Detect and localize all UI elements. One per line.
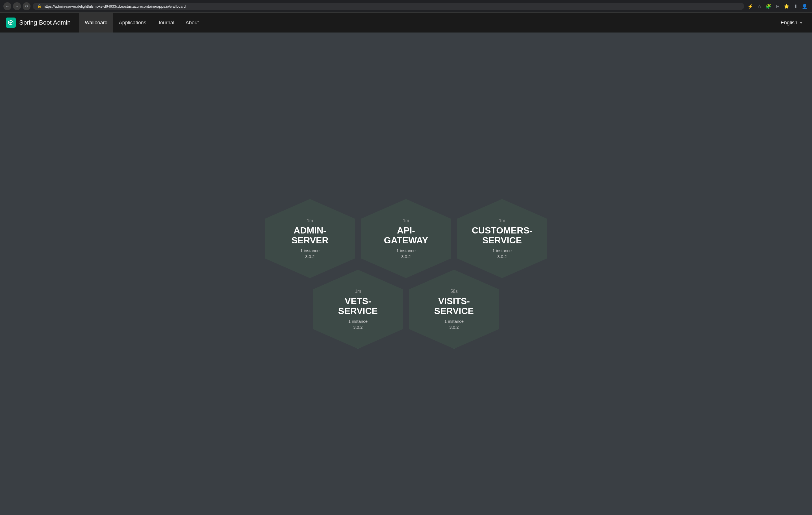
hex-row-1: 1m ADMIN-SERVER 1 instance 3.0.2 1m API-… bbox=[263, 199, 549, 278]
service-instances-visits-service: 1 instance bbox=[444, 319, 464, 324]
chevron-down-icon: ▼ bbox=[799, 20, 803, 25]
browser-chrome: ← → ↻ 🔒 https://admin-server.delightfuls… bbox=[0, 0, 812, 13]
forward-button[interactable]: → bbox=[13, 2, 21, 10]
hex-wrapper-customers-service: 1m CUSTOMERS-SERVICE 1 instance 3.0.2 bbox=[456, 199, 549, 278]
hex-wrapper-visits-service: 58s VISITS-SERVICE 1 instance 3.0.2 bbox=[407, 270, 501, 349]
nav-right: English ▼ bbox=[777, 18, 806, 28]
service-time-vets-service: 1m bbox=[355, 289, 361, 294]
splitview-button[interactable]: ⊟ bbox=[774, 2, 782, 10]
service-name-vets-service: VETS-SERVICE bbox=[338, 296, 378, 316]
service-time-visits-service: 58s bbox=[451, 289, 458, 294]
back-button[interactable]: ← bbox=[3, 2, 11, 10]
bookmark-button[interactable]: ☆ bbox=[755, 2, 763, 10]
service-name-visits-service: VISITS-SERVICE bbox=[434, 296, 474, 316]
nav-items: Wallboard Applications Journal About bbox=[79, 13, 777, 32]
hex-wrapper-vets-service: 1m VETS-SERVICE 1 instance 3.0.2 bbox=[311, 270, 405, 349]
favorites-button[interactable]: ⭐ bbox=[783, 2, 790, 10]
address-bar[interactable]: 🔒 https://admin-server.delightfulsmoke-d… bbox=[33, 3, 744, 10]
nav-wallboard[interactable]: Wallboard bbox=[79, 13, 113, 32]
browser-right-controls: ⚡ ☆ 🧩 ⊟ ⭐ ⬇ 👤 bbox=[747, 2, 809, 10]
service-instances-admin-server: 1 instance bbox=[300, 248, 320, 253]
wallboard-content: 1m ADMIN-SERVER 1 instance 3.0.2 1m API-… bbox=[0, 32, 812, 515]
hex-wrapper-admin-server: 1m ADMIN-SERVER 1 instance 3.0.2 bbox=[263, 199, 356, 278]
service-version-customers-service: 3.0.2 bbox=[497, 254, 506, 259]
service-instances-vets-service: 1 instance bbox=[348, 319, 368, 324]
hex-wrapper-api-gateway: 1m API-GATEWAY 1 instance 3.0.2 bbox=[359, 199, 453, 278]
brand: Spring Boot Admin bbox=[6, 18, 70, 28]
service-version-api-gateway: 3.0.2 bbox=[401, 254, 410, 259]
service-tile-admin-server[interactable]: 1m ADMIN-SERVER 1 instance 3.0.2 bbox=[265, 199, 355, 278]
brand-logo-icon bbox=[8, 20, 14, 26]
service-name-customers-service: CUSTOMERS-SERVICE bbox=[472, 226, 532, 245]
service-tile-api-gateway[interactable]: 1m API-GATEWAY 1 instance 3.0.2 bbox=[361, 199, 451, 278]
hex-grid: 1m ADMIN-SERVER 1 instance 3.0.2 1m API-… bbox=[263, 199, 549, 349]
service-name-admin-server: ADMIN-SERVER bbox=[291, 226, 328, 245]
service-tile-vets-service[interactable]: 1m VETS-SERVICE 1 instance 3.0.2 bbox=[313, 270, 403, 349]
lock-icon: 🔒 bbox=[37, 4, 41, 8]
url-text: https://admin-server.delightfulsmoke-d64… bbox=[44, 4, 185, 8]
service-time-admin-server: 1m bbox=[307, 218, 313, 223]
service-tile-customers-service[interactable]: 1m CUSTOMERS-SERVICE 1 instance 3.0.2 bbox=[457, 199, 547, 278]
zoom-button[interactable]: ⚡ bbox=[747, 2, 754, 10]
nav-applications[interactable]: Applications bbox=[113, 13, 152, 32]
language-selector[interactable]: English ▼ bbox=[777, 18, 806, 28]
extension-button[interactable]: 🧩 bbox=[764, 2, 773, 10]
nav-about[interactable]: About bbox=[180, 13, 205, 32]
service-time-api-gateway: 1m bbox=[403, 218, 409, 223]
service-version-visits-service: 3.0.2 bbox=[449, 325, 459, 330]
service-time-customers-service: 1m bbox=[499, 218, 505, 223]
hex-row-2: 1m VETS-SERVICE 1 instance 3.0.2 58s VIS… bbox=[311, 270, 501, 349]
nav-journal[interactable]: Journal bbox=[152, 13, 180, 32]
service-name-api-gateway: API-GATEWAY bbox=[384, 226, 428, 245]
service-instances-api-gateway: 1 instance bbox=[397, 248, 415, 253]
brand-name: Spring Boot Admin bbox=[19, 19, 70, 26]
reload-button[interactable]: ↻ bbox=[23, 2, 30, 10]
service-tile-visits-service[interactable]: 58s VISITS-SERVICE 1 instance 3.0.2 bbox=[409, 270, 499, 349]
profile-button[interactable]: 👤 bbox=[801, 2, 809, 10]
download-button[interactable]: ⬇ bbox=[792, 2, 800, 10]
service-instances-customers-service: 1 instance bbox=[492, 248, 512, 253]
browser-controls: ← → ↻ bbox=[3, 2, 30, 10]
service-version-vets-service: 3.0.2 bbox=[353, 325, 362, 330]
language-label: English bbox=[781, 20, 797, 26]
navbar: Spring Boot Admin Wallboard Applications… bbox=[0, 13, 812, 32]
service-version-admin-server: 3.0.2 bbox=[305, 254, 315, 259]
brand-logo bbox=[6, 18, 16, 28]
